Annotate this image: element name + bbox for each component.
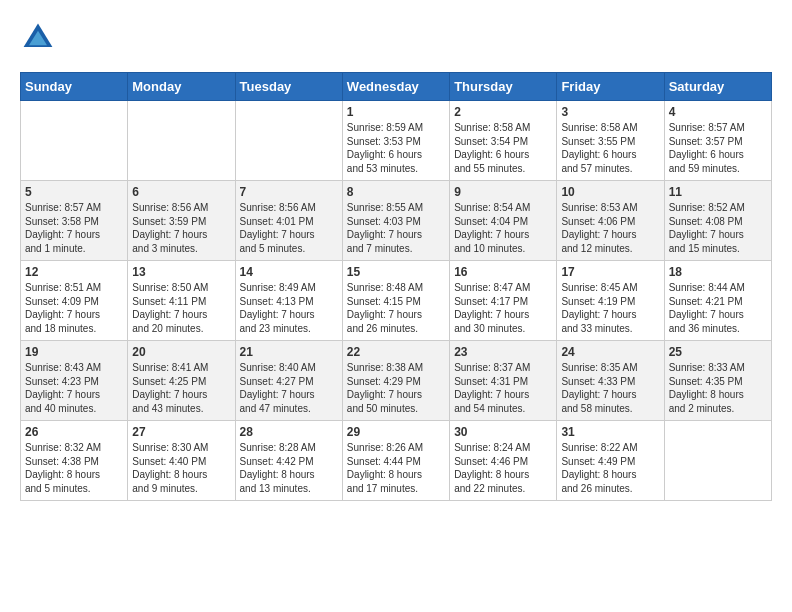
day-info: Sunrise: 8:35 AM Sunset: 4:33 PM Dayligh… [561,361,659,415]
day-info: Sunrise: 8:43 AM Sunset: 4:23 PM Dayligh… [25,361,123,415]
day-number: 31 [561,425,659,439]
day-info: Sunrise: 8:32 AM Sunset: 4:38 PM Dayligh… [25,441,123,495]
day-number: 13 [132,265,230,279]
day-info: Sunrise: 8:26 AM Sunset: 4:44 PM Dayligh… [347,441,445,495]
calendar-cell: 19Sunrise: 8:43 AM Sunset: 4:23 PM Dayli… [21,341,128,421]
day-info: Sunrise: 8:37 AM Sunset: 4:31 PM Dayligh… [454,361,552,415]
calendar-cell: 25Sunrise: 8:33 AM Sunset: 4:35 PM Dayli… [664,341,771,421]
calendar-week-row: 12Sunrise: 8:51 AM Sunset: 4:09 PM Dayli… [21,261,772,341]
day-number: 24 [561,345,659,359]
day-number: 4 [669,105,767,119]
weekday-header-tuesday: Tuesday [235,73,342,101]
weekday-header-thursday: Thursday [450,73,557,101]
calendar-cell: 30Sunrise: 8:24 AM Sunset: 4:46 PM Dayli… [450,421,557,501]
calendar-cell: 26Sunrise: 8:32 AM Sunset: 4:38 PM Dayli… [21,421,128,501]
calendar-cell: 11Sunrise: 8:52 AM Sunset: 4:08 PM Dayli… [664,181,771,261]
calendar-cell: 2Sunrise: 8:58 AM Sunset: 3:54 PM Daylig… [450,101,557,181]
day-number: 16 [454,265,552,279]
calendar-week-row: 19Sunrise: 8:43 AM Sunset: 4:23 PM Dayli… [21,341,772,421]
calendar-cell: 31Sunrise: 8:22 AM Sunset: 4:49 PM Dayli… [557,421,664,501]
calendar-week-row: 26Sunrise: 8:32 AM Sunset: 4:38 PM Dayli… [21,421,772,501]
calendar-cell [664,421,771,501]
weekday-header-monday: Monday [128,73,235,101]
day-info: Sunrise: 8:59 AM Sunset: 3:53 PM Dayligh… [347,121,445,175]
day-number: 15 [347,265,445,279]
day-number: 10 [561,185,659,199]
day-info: Sunrise: 8:51 AM Sunset: 4:09 PM Dayligh… [25,281,123,335]
day-info: Sunrise: 8:48 AM Sunset: 4:15 PM Dayligh… [347,281,445,335]
calendar-cell: 18Sunrise: 8:44 AM Sunset: 4:21 PM Dayli… [664,261,771,341]
day-info: Sunrise: 8:49 AM Sunset: 4:13 PM Dayligh… [240,281,338,335]
day-number: 3 [561,105,659,119]
day-number: 19 [25,345,123,359]
day-info: Sunrise: 8:54 AM Sunset: 4:04 PM Dayligh… [454,201,552,255]
day-number: 11 [669,185,767,199]
day-info: Sunrise: 8:40 AM Sunset: 4:27 PM Dayligh… [240,361,338,415]
day-number: 7 [240,185,338,199]
calendar-cell: 13Sunrise: 8:50 AM Sunset: 4:11 PM Dayli… [128,261,235,341]
day-number: 26 [25,425,123,439]
calendar-cell: 24Sunrise: 8:35 AM Sunset: 4:33 PM Dayli… [557,341,664,421]
day-info: Sunrise: 8:33 AM Sunset: 4:35 PM Dayligh… [669,361,767,415]
calendar-cell [235,101,342,181]
calendar-cell: 14Sunrise: 8:49 AM Sunset: 4:13 PM Dayli… [235,261,342,341]
weekday-header-friday: Friday [557,73,664,101]
calendar-cell: 9Sunrise: 8:54 AM Sunset: 4:04 PM Daylig… [450,181,557,261]
weekday-header-wednesday: Wednesday [342,73,449,101]
calendar-cell: 29Sunrise: 8:26 AM Sunset: 4:44 PM Dayli… [342,421,449,501]
day-number: 2 [454,105,552,119]
day-number: 17 [561,265,659,279]
calendar-cell: 8Sunrise: 8:55 AM Sunset: 4:03 PM Daylig… [342,181,449,261]
day-number: 22 [347,345,445,359]
day-number: 21 [240,345,338,359]
day-number: 18 [669,265,767,279]
calendar-cell: 5Sunrise: 8:57 AM Sunset: 3:58 PM Daylig… [21,181,128,261]
weekday-header-saturday: Saturday [664,73,771,101]
calendar-cell: 27Sunrise: 8:30 AM Sunset: 4:40 PM Dayli… [128,421,235,501]
logo-icon [20,20,56,56]
day-info: Sunrise: 8:57 AM Sunset: 3:58 PM Dayligh… [25,201,123,255]
day-info: Sunrise: 8:22 AM Sunset: 4:49 PM Dayligh… [561,441,659,495]
calendar-cell [128,101,235,181]
day-number: 25 [669,345,767,359]
day-info: Sunrise: 8:55 AM Sunset: 4:03 PM Dayligh… [347,201,445,255]
calendar-cell: 15Sunrise: 8:48 AM Sunset: 4:15 PM Dayli… [342,261,449,341]
day-info: Sunrise: 8:28 AM Sunset: 4:42 PM Dayligh… [240,441,338,495]
day-number: 6 [132,185,230,199]
day-number: 28 [240,425,338,439]
calendar-cell: 7Sunrise: 8:56 AM Sunset: 4:01 PM Daylig… [235,181,342,261]
logo [20,20,62,56]
day-number: 29 [347,425,445,439]
day-info: Sunrise: 8:41 AM Sunset: 4:25 PM Dayligh… [132,361,230,415]
day-number: 30 [454,425,552,439]
day-number: 8 [347,185,445,199]
day-info: Sunrise: 8:50 AM Sunset: 4:11 PM Dayligh… [132,281,230,335]
day-info: Sunrise: 8:57 AM Sunset: 3:57 PM Dayligh… [669,121,767,175]
calendar-cell: 6Sunrise: 8:56 AM Sunset: 3:59 PM Daylig… [128,181,235,261]
day-info: Sunrise: 8:38 AM Sunset: 4:29 PM Dayligh… [347,361,445,415]
day-info: Sunrise: 8:52 AM Sunset: 4:08 PM Dayligh… [669,201,767,255]
day-info: Sunrise: 8:45 AM Sunset: 4:19 PM Dayligh… [561,281,659,335]
calendar-cell: 21Sunrise: 8:40 AM Sunset: 4:27 PM Dayli… [235,341,342,421]
calendar-cell: 20Sunrise: 8:41 AM Sunset: 4:25 PM Dayli… [128,341,235,421]
day-number: 23 [454,345,552,359]
day-info: Sunrise: 8:56 AM Sunset: 3:59 PM Dayligh… [132,201,230,255]
day-number: 27 [132,425,230,439]
day-info: Sunrise: 8:58 AM Sunset: 3:54 PM Dayligh… [454,121,552,175]
weekday-header-sunday: Sunday [21,73,128,101]
day-info: Sunrise: 8:30 AM Sunset: 4:40 PM Dayligh… [132,441,230,495]
calendar-cell: 22Sunrise: 8:38 AM Sunset: 4:29 PM Dayli… [342,341,449,421]
day-number: 14 [240,265,338,279]
page-header [20,20,772,56]
calendar-cell: 17Sunrise: 8:45 AM Sunset: 4:19 PM Dayli… [557,261,664,341]
day-number: 20 [132,345,230,359]
day-info: Sunrise: 8:24 AM Sunset: 4:46 PM Dayligh… [454,441,552,495]
day-info: Sunrise: 8:53 AM Sunset: 4:06 PM Dayligh… [561,201,659,255]
calendar-week-row: 5Sunrise: 8:57 AM Sunset: 3:58 PM Daylig… [21,181,772,261]
calendar-cell: 1Sunrise: 8:59 AM Sunset: 3:53 PM Daylig… [342,101,449,181]
day-info: Sunrise: 8:44 AM Sunset: 4:21 PM Dayligh… [669,281,767,335]
day-number: 12 [25,265,123,279]
day-number: 5 [25,185,123,199]
calendar-cell: 28Sunrise: 8:28 AM Sunset: 4:42 PM Dayli… [235,421,342,501]
day-number: 1 [347,105,445,119]
